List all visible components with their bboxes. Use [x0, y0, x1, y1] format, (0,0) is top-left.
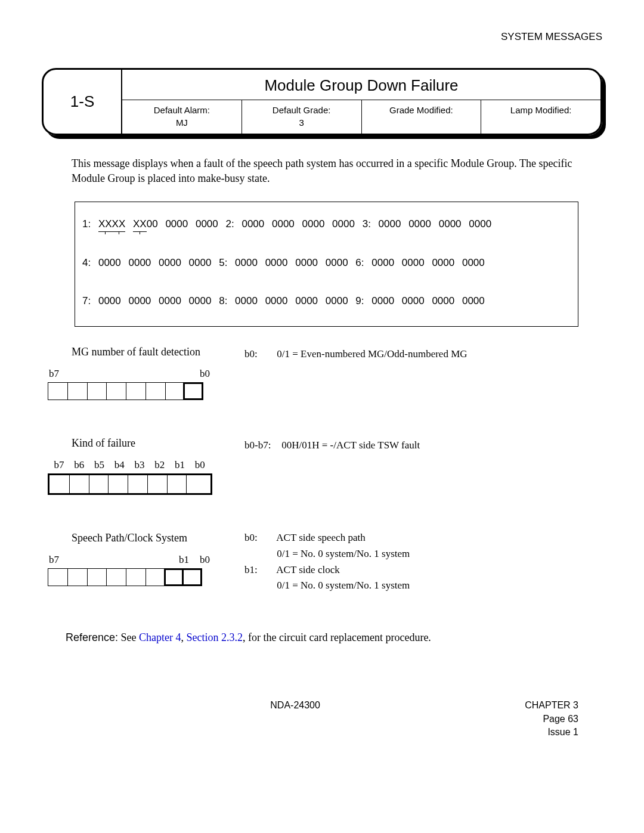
bit-b0: b0: [200, 553, 210, 567]
default-alarm-value: MJ: [176, 117, 188, 128]
footer-doc-id: NDA-24300: [66, 699, 525, 739]
legend-title: Speech Path/Clock System: [72, 531, 227, 546]
legend-title: Kind of failure: [72, 436, 227, 451]
default-alarm-label: Default Alarm:: [154, 105, 210, 115]
legend-speech-path: Speech Path/Clock System b7 b1 b0 b0: AC…: [48, 531, 578, 594]
legend-kind-failure: Kind of failure b7 b6 b5 b4 b3 b2 b1 b0 …: [48, 436, 578, 495]
data-line-2: 4: 0000 0000 0000 0000 5: 0000 0000 0000…: [82, 256, 571, 270]
bit-b1: b1: [179, 553, 189, 567]
legend-desc: b0: ACT side speech path: [244, 531, 578, 545]
lamp-modified-label: Lamp Modified:: [510, 105, 572, 115]
bit-row: [48, 568, 209, 586]
data-line-1: 1: XXXX XX00 0000 0000 2: 0000 0000 0000…: [82, 217, 571, 233]
bit-row: [48, 473, 212, 495]
page-footer: NDA-24300 CHAPTER 3 Page 63 Issue 1: [42, 699, 602, 739]
bit-b0: b0: [200, 367, 210, 381]
default-grade-label: Default Grade:: [273, 105, 331, 115]
message-meta: Default Alarm: MJ Default Grade: 3 Grade…: [122, 100, 600, 134]
footer-issue: Issue 1: [547, 727, 578, 737]
legend-desc: b0: 0/1 = Even-numbered MG/Odd-numbered …: [244, 347, 578, 361]
legend-desc: 0/1 = No. 0 system/No. 1 system: [244, 578, 578, 593]
legend-desc: b1: ACT side clock: [244, 563, 578, 577]
bit-b7: b7: [49, 367, 59, 381]
message-title: Module Group Down Failure: [122, 70, 600, 100]
bit-row: [48, 382, 209, 400]
reference-link[interactable]: Section 2.3.2: [187, 631, 243, 643]
legend-desc: b0-b7: 00H/01H = -/ACT side TSW fault: [244, 438, 578, 453]
footer-page: Page 63: [543, 714, 578, 724]
legend-title: MG number of fault detection: [72, 345, 227, 360]
data-line-3: 7: 0000 0000 0000 0000 8: 0000 0000 0000…: [82, 294, 571, 308]
default-grade-value: 3: [299, 117, 304, 128]
reference: Reference: See Chapter 4, Section 2.3.2,…: [66, 630, 578, 645]
page-header: SYSTEM MESSAGES: [42, 30, 602, 44]
grade-modified-label: Grade Modified:: [389, 105, 453, 115]
footer-chapter: CHAPTER 3: [525, 700, 578, 710]
reference-link[interactable]: Chapter 4: [139, 631, 181, 643]
message-description: This message displays when a fault of th…: [72, 156, 578, 186]
message-card: 1-S Module Group Down Failure Default Al…: [42, 68, 602, 135]
legend-desc: 0/1 = No. 0 system/No. 1 system: [244, 547, 578, 561]
message-id: 1-S: [44, 70, 122, 134]
data-dump: 1: XXXX XX00 0000 0000 2: 0000 0000 0000…: [75, 202, 578, 327]
legend-mg-number: MG number of fault detection b7 b0 b0: 0…: [48, 345, 578, 400]
bit-b7: b7: [49, 553, 59, 567]
